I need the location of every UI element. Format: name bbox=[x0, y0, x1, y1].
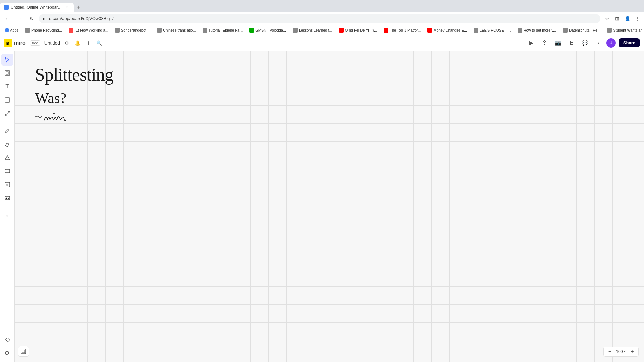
browser-actions: ☆ ⊞ 👤 ⋮ bbox=[603, 15, 641, 23]
bookmark-student-label: Student Wants an... bbox=[613, 28, 644, 32]
app-container: m miro free Untitled ⚙ 🔔 ⬆ 🔍 ⋯ ▶ ⏱ 📷 🖥 💬… bbox=[0, 35, 644, 362]
svg-rect-12 bbox=[5, 169, 10, 173]
bookmark-top3-label: The Top 3 Platfor... bbox=[390, 28, 421, 32]
reload-button[interactable]: ↻ bbox=[27, 14, 36, 23]
canvas-handwriting bbox=[33, 108, 87, 128]
forward-button[interactable]: → bbox=[15, 14, 24, 23]
tab-title: Untitled, Online Whiteboard fo... bbox=[11, 5, 62, 10]
present-button[interactable]: ▶ bbox=[526, 38, 537, 48]
phone-favicon bbox=[25, 28, 30, 33]
svg-rect-14 bbox=[6, 184, 8, 186]
bookmark-tutorial-label: Tutorial: Eigene Fa... bbox=[209, 28, 243, 32]
miro-logo: m miro bbox=[4, 39, 26, 47]
bookmark-money[interactable]: Money Changes E... bbox=[425, 27, 470, 33]
new-tab-button[interactable]: + bbox=[74, 3, 83, 12]
user-avatar[interactable]: U bbox=[606, 38, 616, 48]
svg-text:m: m bbox=[6, 41, 9, 46]
canvas-subheading[interactable]: Was? bbox=[35, 89, 66, 107]
select-tool-button[interactable] bbox=[1, 54, 13, 66]
zoom-out-button[interactable]: − bbox=[606, 348, 613, 355]
svg-rect-15 bbox=[5, 196, 10, 200]
bookmark-phone[interactable]: Phone Recycling... bbox=[22, 27, 65, 33]
bookmark-lessons[interactable]: Lessons Learned f... bbox=[290, 27, 335, 33]
frames-tool-button[interactable] bbox=[1, 67, 13, 79]
share-button[interactable]: Share bbox=[619, 38, 640, 47]
address-input[interactable]: miro.com/app/board/uXjVOw03Big=/ bbox=[39, 14, 600, 23]
bookmark-student[interactable]: Student Wants an... bbox=[604, 27, 644, 33]
bookmark-apps-label: Apps bbox=[10, 28, 18, 32]
frames-toggle-button[interactable] bbox=[18, 346, 29, 357]
board-search-button[interactable]: 🔍 bbox=[94, 38, 104, 48]
left-toolbar: T bbox=[0, 51, 15, 362]
sticky-note-tool-button[interactable] bbox=[1, 94, 13, 106]
video-button[interactable]: 📷 bbox=[553, 38, 564, 48]
sonder-favicon bbox=[115, 28, 120, 33]
canvas-grid bbox=[15, 51, 644, 362]
bookmarks-bar: Apps Phone Recycling... (1) How Working … bbox=[0, 25, 644, 35]
tutorial-favicon bbox=[203, 28, 207, 33]
canvas-area[interactable]: Splittesting Was? bbox=[15, 51, 644, 362]
pen-tool-button[interactable] bbox=[1, 125, 13, 137]
shapes-tool-button[interactable] bbox=[1, 152, 13, 164]
profile-button[interactable]: 👤 bbox=[623, 15, 631, 23]
comment-tool-button[interactable] bbox=[1, 165, 13, 177]
connector-tool-button[interactable] bbox=[1, 107, 13, 119]
bookmark-phone-label: Phone Recycling... bbox=[31, 28, 62, 32]
timer-button[interactable]: ⏱ bbox=[539, 38, 550, 48]
bookmark-working[interactable]: (1) How Working a... bbox=[66, 27, 111, 33]
more-button[interactable]: ⋮ bbox=[633, 15, 641, 23]
student-favicon bbox=[607, 28, 612, 33]
bookmark-getmore[interactable]: How to get more v... bbox=[515, 27, 559, 33]
bookmark-gmsn[interactable]: GMSN - Vologda... bbox=[247, 27, 289, 33]
svg-rect-2 bbox=[5, 71, 10, 75]
chevron-button[interactable]: › bbox=[593, 38, 604, 48]
bookmark-star-button[interactable]: ☆ bbox=[603, 15, 611, 23]
svg-marker-11 bbox=[5, 156, 10, 160]
miro-logo-icon: m bbox=[4, 39, 12, 47]
redo-button[interactable] bbox=[1, 347, 13, 359]
svg-rect-17 bbox=[22, 350, 25, 353]
bookmark-getmore-label: How to get more v... bbox=[524, 28, 556, 32]
zoom-in-button[interactable]: + bbox=[629, 348, 636, 355]
undo-button[interactable] bbox=[1, 334, 13, 346]
main-area: T bbox=[0, 51, 644, 362]
header-right: ▶ ⏱ 📷 🖥 💬 › U Share bbox=[526, 38, 640, 48]
back-button[interactable]: ← bbox=[3, 14, 12, 23]
tab-favicon bbox=[4, 5, 9, 10]
active-tab[interactable]: Untitled, Online Whiteboard fo... × bbox=[0, 3, 74, 12]
board-notifications-button[interactable]: 🔔 bbox=[73, 38, 82, 48]
datenschutz-favicon bbox=[563, 28, 568, 33]
image-tool-button[interactable] bbox=[1, 179, 13, 191]
eraser-tool-button[interactable] bbox=[1, 138, 13, 150]
lee-favicon bbox=[474, 28, 478, 33]
bookmark-datenschutz[interactable]: Datenschutz - Re... bbox=[560, 27, 603, 33]
screen-share-button[interactable]: 🖥 bbox=[566, 38, 577, 48]
zoom-level-label: 100% bbox=[616, 349, 626, 354]
bookmark-lessons-label: Lessons Learned f... bbox=[299, 28, 332, 32]
svg-rect-3 bbox=[6, 72, 9, 74]
tab-close-button[interactable]: × bbox=[64, 5, 70, 10]
text-tool-button[interactable]: T bbox=[1, 80, 13, 93]
bookmark-sonder[interactable]: Sonderangebot ... bbox=[112, 27, 153, 33]
board-share-options-button[interactable]: ⬆ bbox=[84, 38, 93, 48]
bookmark-apps[interactable]: Apps bbox=[3, 27, 21, 33]
comments-button[interactable]: 💬 bbox=[580, 38, 590, 48]
bookmark-lee-label: LEE'S HOUSE—... bbox=[480, 28, 511, 32]
more-tools-button[interactable]: » bbox=[1, 210, 13, 222]
board-more-button[interactable]: ⋯ bbox=[105, 38, 114, 48]
bookmark-tutorial[interactable]: Tutorial: Eigene Fa... bbox=[200, 27, 246, 33]
board-settings-button[interactable]: ⚙ bbox=[62, 38, 71, 48]
extensions-button[interactable]: ⊞ bbox=[613, 15, 621, 23]
bookmark-qing[interactable]: Qing Fei De Yi - Y... bbox=[336, 27, 380, 33]
bookmark-lee[interactable]: LEE'S HOUSE—... bbox=[471, 27, 514, 33]
embed-tool-button[interactable] bbox=[1, 192, 13, 204]
canvas-heading[interactable]: Splittesting bbox=[35, 64, 113, 85]
bookmark-chinese[interactable]: Chinese translatio... bbox=[154, 27, 198, 33]
toolbar-divider-2 bbox=[3, 207, 11, 207]
svg-point-9 bbox=[8, 111, 10, 112]
board-title-actions: ⚙ 🔔 ⬆ 🔍 ⋯ bbox=[62, 38, 114, 48]
lessons-favicon bbox=[293, 28, 298, 33]
bookmark-top3[interactable]: The Top 3 Platfor... bbox=[381, 27, 423, 33]
tab-bar: Untitled, Online Whiteboard fo... × + bbox=[0, 0, 644, 12]
svg-point-8 bbox=[5, 114, 6, 116]
